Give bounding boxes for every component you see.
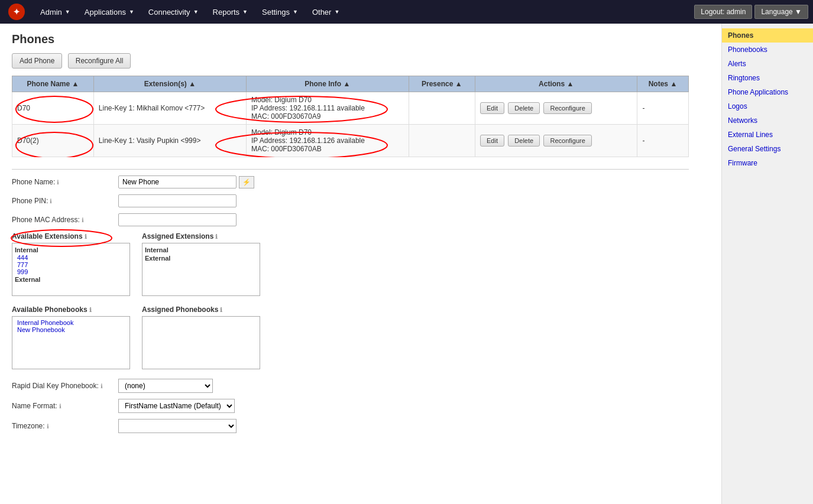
phone-name-info-icon: ℹ — [57, 179, 59, 186]
main-layout: Phones Add Phone Reconfigure All Phone N… — [0, 24, 813, 504]
phone-mac-info-icon: ℹ — [82, 217, 84, 223]
ext-external-label: External — [15, 276, 40, 283]
assigned-extensions-info-icon: ℹ — [215, 233, 218, 240]
phone-name-input-group: ⚡ — [118, 175, 254, 188]
ext-item[interactable]: 777 — [15, 261, 127, 268]
nav-connectivity[interactable]: Connectivity ▼ — [142, 0, 205, 24]
assigned-phonebooks-list[interactable] — [142, 316, 260, 369]
reconfigure-all-button[interactable]: Reconfigure All — [68, 53, 131, 69]
sidebar-items: PhonesPhonebooksAlertsRingtonesPhone App… — [722, 28, 813, 170]
th-presence: Presence ▲ — [409, 76, 475, 92]
logout-button[interactable]: Logout: admin — [694, 5, 752, 19]
sidebar-item-alerts[interactable]: Alerts — [722, 57, 813, 71]
sidebar-item-external-lines[interactable]: External Lines — [722, 128, 813, 142]
sidebar-item-networks[interactable]: Networks — [722, 113, 813, 128]
section-divider — [12, 169, 689, 170]
assigned-phonebooks-column: Assigned Phonebooks ℹ — [142, 305, 260, 369]
extensions-dual-list: Available Extensions ℹ Internal 44477799… — [12, 232, 710, 296]
reconfigure-button[interactable]: Reconfigure — [543, 102, 591, 114]
nav-settings[interactable]: Settings ▼ — [256, 0, 304, 24]
th-phone-info: Phone Info ▲ — [247, 76, 409, 92]
delete-button[interactable]: Delete — [508, 135, 540, 147]
phone-pin-input[interactable] — [118, 194, 237, 207]
phone-pin-info-icon: ℹ — [50, 198, 52, 204]
cell-notes: - — [637, 92, 688, 125]
ext-item[interactable]: 999 — [15, 268, 127, 275]
cell-phone-name: D70 — [12, 92, 94, 125]
topbar: ✦ Admin ▼ Applications ▼ Connectivity ▼ … — [0, 0, 813, 24]
phones-tbody: D70 Line-Key 1: Mikhail Komov <777> Mode… — [12, 92, 689, 157]
th-phone-name: Phone Name ▲ — [12, 76, 94, 92]
rapid-dial-select[interactable]: (none) — [118, 379, 213, 393]
available-phonebooks-list[interactable]: Internal PhonebookNew Phonebook — [12, 316, 130, 369]
nav-reports[interactable]: Reports ▼ — [207, 0, 254, 24]
svg-text:✦: ✦ — [13, 7, 20, 17]
nav-admin-arrow: ▼ — [65, 9, 70, 15]
add-phone-button[interactable]: Add Phone — [12, 53, 62, 69]
phone-pin-label: Phone PIN: ℹ — [12, 197, 118, 205]
phone-mac-label: Phone MAC Address: ℹ — [12, 216, 118, 224]
sidebar-item-phonebooks[interactable]: Phonebooks — [722, 43, 813, 57]
cell-presence — [409, 125, 475, 157]
sidebar-item-firmware[interactable]: Firmware — [722, 156, 813, 170]
phone-name-input[interactable] — [118, 175, 237, 188]
cell-actions: Edit Delete Reconfigure — [475, 92, 637, 125]
nav-settings-arrow: ▼ — [293, 9, 298, 15]
cell-phone-name: D70(2) — [12, 125, 94, 157]
cell-actions: Edit Delete Reconfigure — [475, 125, 637, 157]
rapid-dial-info-icon: ℹ — [101, 383, 103, 389]
timezone-label: Timezone: ℹ — [12, 422, 118, 430]
page-title: Phones — [12, 32, 710, 46]
timezone-select[interactable] — [118, 419, 237, 433]
assigned-phonebooks-label: Assigned Phonebooks ℹ — [142, 305, 260, 314]
rapid-dial-row: Rapid Dial Key Phonebook: ℹ (none) — [12, 379, 710, 393]
name-format-row: Name Format: ℹ FirstName LastName (Defau… — [12, 399, 710, 413]
pb-item[interactable]: New Phonebook — [15, 326, 127, 333]
phone-mac-input[interactable] — [118, 213, 237, 226]
language-button[interactable]: Language ▼ — [754, 5, 808, 19]
phone-form: Phone Name: ℹ ⚡ Phone PIN: ℹ Phone MAC A… — [12, 175, 710, 433]
sidebar-item-phone-applications[interactable]: Phone Applications — [722, 85, 813, 99]
extensions-section: Available Extensions ℹ Internal 44477799… — [12, 232, 710, 296]
th-extensions: Extension(s) ▲ — [93, 76, 246, 92]
assigned-ext-external-label: External — [145, 255, 170, 262]
delete-button[interactable]: Delete — [508, 102, 540, 114]
phone-name-row: Phone Name: ℹ ⚡ — [12, 175, 710, 188]
reconfigure-button[interactable]: Reconfigure — [543, 135, 591, 147]
available-extensions-info-icon: ℹ — [85, 233, 87, 240]
cell-extensions: Line-Key 1: Vasily Pupkin <999> — [93, 125, 246, 157]
assigned-extensions-list[interactable]: Internal External — [142, 243, 260, 296]
edit-button[interactable]: Edit — [480, 102, 504, 114]
table-row: D70 Line-Key 1: Mikhail Komov <777> Mode… — [12, 92, 689, 125]
name-format-select[interactable]: FirstName LastName (Default) — [118, 399, 235, 413]
ext-item[interactable]: 444 — [15, 254, 127, 261]
nav-other[interactable]: Other ▼ — [306, 0, 345, 24]
assigned-extensions-column: Assigned Extensions ℹ Internal External — [142, 232, 260, 296]
name-format-info-icon: ℹ — [59, 403, 61, 409]
edit-button[interactable]: Edit — [480, 135, 504, 147]
cell-extensions: Line-Key 1: Mikhail Komov <777> — [93, 92, 246, 125]
nav-admin[interactable]: Admin ▼ — [34, 0, 76, 24]
sidebar: PhonesPhonebooksAlertsRingtonesPhone App… — [721, 24, 813, 504]
sidebar-item-general-settings[interactable]: General Settings — [722, 142, 813, 156]
phone-name-generate-button[interactable]: ⚡ — [239, 176, 254, 188]
pb-item[interactable]: Internal Phonebook — [15, 319, 127, 326]
assigned-ext-internal-label: Internal — [145, 246, 169, 253]
phone-pin-row: Phone PIN: ℹ — [12, 194, 710, 207]
content-area: Phones Add Phone Reconfigure All Phone N… — [0, 24, 721, 504]
sidebar-item-phones[interactable]: Phones — [722, 28, 813, 43]
assigned-phonebooks-info-icon: ℹ — [220, 307, 222, 313]
timezone-row: Timezone: ℹ — [12, 419, 710, 433]
logo: ✦ — [5, 2, 28, 21]
sidebar-item-logos[interactable]: Logos — [722, 99, 813, 113]
available-extensions-list[interactable]: Internal 444777999 External — [12, 243, 130, 296]
ext-internal-label: Internal — [15, 246, 38, 253]
phone-name-label: Phone Name: ℹ — [12, 178, 118, 186]
nav-applications[interactable]: Applications ▼ — [79, 0, 140, 24]
nav-right-area: Logout: admin Language ▼ — [694, 5, 808, 19]
phones-table-wrapper: Phone Name ▲ Extension(s) ▲ Phone Info ▲… — [12, 76, 710, 157]
phone-mac-row: Phone MAC Address: ℹ — [12, 213, 710, 226]
sidebar-item-ringtones[interactable]: Ringtones — [722, 71, 813, 85]
rapid-dial-label: Rapid Dial Key Phonebook: ℹ — [12, 382, 118, 390]
table-row: D70(2) Line-Key 1: Vasily Pupkin <999> M… — [12, 125, 689, 157]
